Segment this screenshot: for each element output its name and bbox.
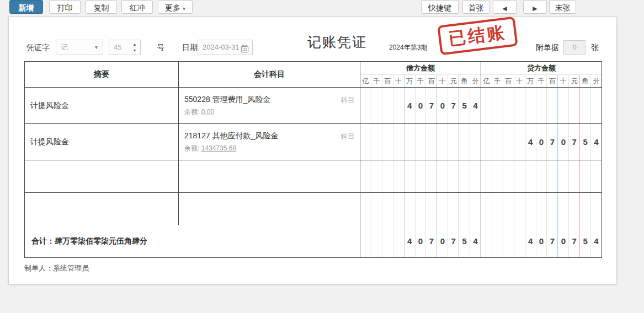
total-credit-digit-grid: 4070754 — [481, 225, 602, 257]
digit-cell — [371, 225, 382, 257]
digit-cell — [470, 124, 481, 160]
digit-cell: 7 — [547, 225, 558, 257]
account-tag[interactable]: 科目 — [340, 132, 355, 142]
debit-digit-grid[interactable] — [360, 193, 481, 225]
digit-cell — [536, 160, 547, 192]
account-cell[interactable]: 550228 管理费用_风险金科目余额: 0.00 — [179, 88, 360, 123]
digit-cell: 元 — [569, 75, 580, 87]
page-title: 记账凭证 — [307, 33, 367, 51]
digit-cell — [393, 88, 405, 123]
digit-cell: 分 — [591, 75, 602, 87]
digit-cell: 4 — [405, 88, 416, 123]
debit-digit-grid[interactable] — [360, 124, 481, 160]
digit-cell: 亿 — [481, 75, 492, 87]
digit-cell: 千 — [536, 75, 547, 87]
calendar-icon[interactable] — [241, 44, 249, 58]
spinner-up-icon[interactable]: ▲ — [131, 41, 138, 47]
digit-cell — [459, 124, 470, 160]
digit-cell: 亿 — [360, 75, 371, 87]
summary-cell[interactable]: 计提风险金 — [25, 124, 179, 160]
digit-cell — [547, 193, 558, 225]
spinner-down-icon[interactable]: ▼ — [131, 47, 138, 53]
summary-cell[interactable] — [25, 160, 179, 192]
digit-cell — [503, 160, 514, 192]
summary-cell[interactable] — [25, 193, 179, 225]
digit-cell — [360, 124, 371, 160]
first-voucher-button[interactable]: 首张 — [462, 0, 489, 14]
digit-cell: 百 — [503, 75, 514, 87]
credit-column-header: 贷方金额 亿千百十万千百十元角分 — [481, 62, 602, 87]
credit-digit-labels: 亿千百十万千百十元角分 — [481, 75, 602, 87]
digit-cell: 十 — [393, 75, 405, 87]
digit-cell: 0 — [536, 225, 547, 257]
digit-cell: 4 — [405, 225, 416, 257]
debit-header-label: 借方金额 — [360, 62, 481, 75]
digit-cell: 4 — [470, 88, 481, 123]
digit-cell: 4 — [591, 124, 602, 160]
new-voucher-button[interactable]: 新增 — [9, 0, 43, 14]
table-header-row: 摘要 会计科目 借方金额 亿千百十万千百十元角分 贷方金额 亿千百十万千百十元角… — [25, 62, 602, 88]
digit-cell — [514, 193, 525, 225]
next-voucher-button[interactable]: ▶ — [523, 0, 547, 14]
voucher-number-stepper[interactable]: 45 ▲ ▼ — [109, 40, 141, 55]
prev-voucher-button[interactable]: ◀ — [493, 0, 517, 14]
attachment-count-input[interactable]: 0 — [563, 40, 586, 55]
total-debit-digit-grid: 4070754 — [360, 225, 481, 257]
summary-cell[interactable]: 计提风险金 — [25, 88, 179, 123]
digit-cell — [405, 124, 416, 160]
credit-digit-grid[interactable] — [481, 193, 602, 225]
digit-cell — [580, 88, 591, 123]
digit-cell: 百 — [382, 75, 393, 87]
digit-cell — [371, 193, 382, 225]
digit-cell: 0 — [437, 88, 448, 123]
account-cell[interactable] — [179, 160, 360, 192]
balance-link[interactable]: 0.00 — [201, 108, 214, 116]
print-button[interactable]: 打印 — [49, 0, 81, 14]
digit-cell — [547, 160, 558, 192]
digit-cell — [481, 88, 492, 123]
copy-button[interactable]: 复制 — [86, 0, 117, 14]
digit-cell — [481, 124, 492, 160]
hotkeys-button[interactable]: 快捷键 — [421, 0, 459, 14]
digit-cell: 4 — [525, 124, 536, 160]
account-cell[interactable]: 218127 其他应付款_风险金科目余额: 1434735.68 — [179, 124, 360, 160]
total-label: 合计：肆万零柒佰零柒元伍角肆分 — [25, 225, 360, 257]
digit-cell — [448, 124, 459, 160]
digit-cell — [393, 160, 405, 192]
digit-cell — [514, 225, 525, 257]
voucher-word-label: 凭证字 — [26, 43, 50, 53]
credit-digit-grid[interactable] — [481, 160, 602, 192]
digit-cell — [360, 225, 371, 257]
last-voucher-button[interactable]: 末张 — [549, 0, 576, 14]
digit-cell — [371, 124, 382, 160]
digit-cell: 4 — [470, 225, 481, 257]
balance-link[interactable]: 1434735.68 — [201, 144, 236, 152]
digit-cell — [591, 88, 602, 123]
debit-digit-grid[interactable] — [360, 160, 481, 192]
red-reverse-button[interactable]: 红冲 — [121, 0, 153, 14]
voucher-word-select[interactable]: 记 ▼ — [56, 40, 103, 55]
digit-cell — [569, 160, 580, 192]
more-button[interactable]: 更多▾ — [158, 0, 193, 14]
digit-cell: 4 — [591, 225, 602, 257]
digit-cell — [558, 193, 569, 225]
credit-digit-grid[interactable] — [481, 88, 602, 123]
digit-cell — [437, 193, 448, 225]
digit-cell: 0 — [558, 124, 569, 160]
digit-cell: 十 — [558, 75, 569, 87]
digit-cell: 角 — [459, 75, 470, 87]
debit-digit-grid[interactable]: 4070754 — [360, 88, 481, 123]
digit-cell — [569, 88, 580, 123]
credit-digit-grid[interactable]: 4070754 — [481, 124, 602, 160]
digit-cell — [591, 193, 602, 225]
date-input[interactable]: 2024-03-31 — [198, 40, 253, 55]
digit-cell: 7 — [448, 225, 459, 257]
account-tag[interactable]: 科目 — [340, 95, 355, 105]
balance-line: 余额: 1434735.68 — [184, 144, 354, 153]
voucher-word-value: 记 — [61, 43, 68, 51]
digit-cell — [492, 193, 503, 225]
account-cell[interactable] — [179, 193, 360, 225]
attachment-unit-label: 张 — [591, 43, 599, 53]
digit-cell — [371, 88, 382, 123]
digit-cell: 十 — [514, 75, 525, 87]
